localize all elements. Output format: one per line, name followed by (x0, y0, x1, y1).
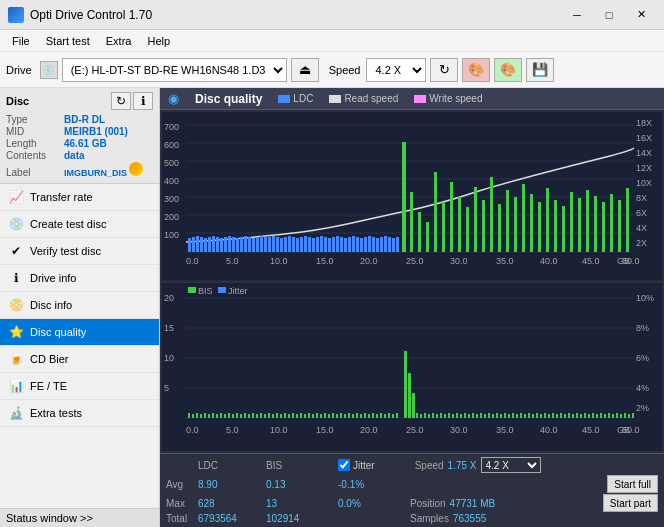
svg-rect-89 (280, 238, 283, 252)
svg-rect-100 (324, 237, 327, 252)
svg-text:2%: 2% (636, 403, 649, 413)
svg-rect-95 (304, 236, 307, 252)
menu-extra[interactable]: Extra (98, 33, 140, 49)
svg-rect-228 (552, 413, 554, 418)
svg-rect-240 (600, 413, 602, 418)
svg-rect-242 (608, 413, 610, 418)
svg-rect-102 (332, 237, 335, 252)
svg-rect-210 (480, 413, 482, 418)
drive-select[interactable]: (E:) HL-DT-ST BD-RE WH16NS48 1.D3 (62, 58, 287, 82)
menu-help[interactable]: Help (139, 33, 178, 49)
svg-rect-166 (300, 413, 302, 418)
svg-rect-92 (292, 237, 295, 252)
nav-create-test-disc-label: Create test disc (30, 218, 106, 230)
save-button[interactable]: 💾 (526, 58, 554, 82)
svg-rect-97 (312, 238, 315, 252)
svg-rect-155 (256, 414, 258, 418)
svg-rect-101 (328, 238, 331, 252)
nav-transfer-rate[interactable]: 📈 Transfer rate (0, 184, 159, 211)
svg-rect-63 (450, 182, 453, 252)
svg-rect-203 (452, 414, 454, 418)
nav-drive-info-label: Drive info (30, 272, 76, 284)
svg-text:15: 15 (164, 323, 174, 333)
speed-select[interactable]: 4.2 X (366, 58, 426, 82)
jitter-checkbox[interactable] (338, 459, 350, 471)
svg-rect-177 (344, 414, 346, 418)
disc-quality-header: ◉ Disc quality LDC Read speed Write spee… (160, 88, 664, 110)
nav-items: 📈 Transfer rate 💿 Create test disc ✔ Ver… (0, 184, 159, 508)
svg-text:300: 300 (164, 194, 179, 204)
svg-text:0.0: 0.0 (186, 425, 199, 435)
color-button-1[interactable]: 🎨 (462, 58, 490, 82)
start-full-button[interactable]: Start full (607, 475, 658, 493)
svg-rect-149 (232, 414, 234, 418)
svg-rect-59 (418, 212, 421, 252)
refresh-button[interactable]: ↻ (430, 58, 458, 82)
stats-total-label: Total (166, 513, 198, 524)
toolbar: Drive 💿 (E:) HL-DT-ST BD-RE WH16NS48 1.D… (0, 52, 664, 88)
disc-type-key: Type (6, 114, 64, 125)
svg-rect-226 (544, 413, 546, 418)
svg-rect-201 (444, 414, 446, 418)
svg-rect-234 (576, 413, 578, 418)
color-button-2[interactable]: 🎨 (494, 58, 522, 82)
nav-verify-test-disc[interactable]: ✔ Verify test disc (0, 238, 159, 265)
maximize-button[interactable]: □ (594, 5, 624, 25)
nav-drive-info[interactable]: ℹ Drive info (0, 265, 159, 292)
nav-fe-te-label: FE / TE (30, 380, 67, 392)
svg-rect-117 (392, 238, 395, 252)
svg-rect-85 (626, 188, 629, 252)
svg-text:4X: 4X (636, 223, 647, 233)
svg-rect-111 (368, 236, 371, 252)
disc-info-button[interactable]: ℹ (133, 92, 153, 110)
svg-rect-169 (312, 414, 314, 418)
svg-text:700: 700 (164, 122, 179, 132)
svg-rect-247 (628, 414, 630, 418)
svg-text:BIS: BIS (198, 286, 213, 296)
svg-rect-198 (432, 413, 434, 418)
svg-rect-244 (616, 413, 618, 418)
disc-mid-key: MID (6, 126, 64, 137)
eject-button[interactable]: ⏏ (291, 58, 319, 82)
svg-rect-147 (224, 414, 226, 418)
menu-file[interactable]: File (4, 33, 38, 49)
svg-rect-39 (196, 236, 199, 252)
disc-refresh-button[interactable]: ↻ (111, 92, 131, 110)
disc-mid-val: MEIRB1 (001) (64, 126, 128, 137)
minimize-button[interactable]: ─ (562, 5, 592, 25)
svg-rect-231 (564, 414, 566, 418)
svg-rect-107 (352, 236, 355, 252)
disc-contents-key: Contents (6, 150, 64, 161)
status-window-button[interactable]: Status window >> (0, 508, 159, 527)
svg-rect-199 (436, 414, 438, 418)
svg-rect-194 (416, 413, 418, 418)
svg-rect-50 (240, 237, 243, 252)
nav-fe-te[interactable]: 📊 FE / TE (0, 373, 159, 400)
speed-dropdown[interactable]: 4.2 X (481, 457, 541, 473)
svg-rect-227 (548, 414, 550, 418)
svg-rect-220 (520, 413, 522, 418)
start-part-button[interactable]: Start part (603, 494, 658, 512)
stats-max-jitter: 0.0% (338, 498, 410, 509)
svg-rect-104 (340, 237, 343, 252)
nav-extra-tests[interactable]: 🔬 Extra tests (0, 400, 159, 427)
menu-start-test[interactable]: Start test (38, 33, 98, 49)
legend-ldc: LDC (278, 93, 313, 104)
svg-rect-176 (340, 413, 342, 418)
svg-rect-82 (602, 202, 605, 252)
svg-rect-52 (248, 237, 251, 252)
close-button[interactable]: ✕ (626, 5, 656, 25)
nav-create-test-disc[interactable]: 💿 Create test disc (0, 211, 159, 238)
nav-disc-info[interactable]: 📀 Disc info (0, 292, 159, 319)
disc-mid-row: MID MEIRB1 (001) (6, 126, 153, 137)
svg-rect-72 (522, 184, 525, 252)
nav-cd-bier[interactable]: 🍺 CD Bier (0, 346, 159, 373)
svg-rect-150 (236, 413, 238, 418)
legend-ldc-label: LDC (293, 93, 313, 104)
svg-text:25.0: 25.0 (406, 425, 424, 435)
svg-rect-51 (244, 236, 247, 252)
svg-rect-161 (280, 414, 282, 418)
svg-rect-162 (284, 413, 286, 418)
nav-disc-quality[interactable]: ⭐ Disc quality (0, 319, 159, 346)
svg-rect-114 (380, 237, 383, 252)
